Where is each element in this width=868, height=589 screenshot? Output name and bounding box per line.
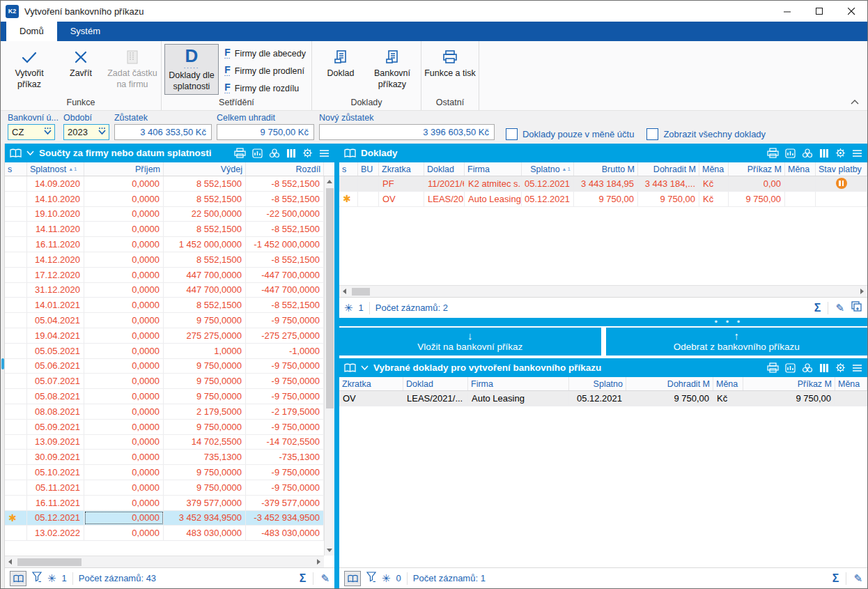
horizontal-scrollbar[interactable]	[339, 285, 867, 297]
chart-icon[interactable]	[252, 148, 263, 158]
firms-diff-button[interactable]: F... Firmy dle rozdílu	[224, 79, 306, 97]
table-row[interactable]: 05.10.20210,00009 750,0000-9 750,0000	[5, 465, 324, 480]
table-cell[interactable]: 0,0000	[84, 359, 164, 374]
table-cell[interactable]: 0,0000	[84, 480, 164, 495]
table-cell[interactable]	[816, 176, 867, 191]
table-cell[interactable]: 30.09.2021	[27, 450, 84, 464]
table-cell[interactable]	[5, 389, 27, 404]
table-cell[interactable]: 05.10.2021	[27, 465, 84, 480]
scrollbar-thumb[interactable]	[352, 288, 370, 296]
table-cell[interactable]	[5, 374, 27, 388]
scrollbar-thumb[interactable]	[326, 188, 334, 408]
table-cell[interactable]	[5, 283, 27, 298]
table-cell[interactable]: -9 750,0000	[246, 374, 324, 388]
chevron-down-icon[interactable]	[26, 151, 34, 155]
table-row[interactable]: 05.04.20210,00009 750,0000-9 750,0000	[5, 313, 324, 328]
table-cell[interactable]: -9 750,0000	[246, 465, 324, 480]
table-row[interactable]: OVLEAS/2021/...Auto Leasing05.12.20219 7…	[339, 391, 867, 406]
col-prikaz[interactable]: Příkaz M	[743, 377, 835, 390]
col-splatno[interactable]: Splatno1	[522, 162, 574, 176]
table-cell[interactable]: 31.12.2020	[27, 283, 84, 298]
table-cell[interactable]: 0,0000	[84, 268, 164, 282]
columns-icon[interactable]	[819, 148, 829, 158]
table-cell[interactable]: 05.06.2021	[27, 359, 84, 374]
columns-icon[interactable]	[819, 363, 829, 373]
table-cell[interactable]: 9 750,0000	[164, 374, 246, 388]
col-dohradit[interactable]: Dohradit M	[626, 377, 713, 390]
gear-icon[interactable]	[835, 362, 846, 373]
table-cell[interactable]: 9 750,00	[743, 391, 835, 406]
table-cell[interactable]: 9 750,0000	[164, 480, 246, 495]
table-cell[interactable]: 0,0000	[84, 313, 164, 328]
col-s[interactable]: s	[5, 162, 27, 176]
table-cell[interactable]: 379 577,0000	[164, 496, 246, 510]
table-cell[interactable]: 0,0000	[84, 389, 164, 404]
table-cell[interactable]	[339, 176, 358, 191]
menu-icon[interactable]	[852, 149, 862, 158]
relations-icon[interactable]	[802, 363, 813, 373]
table-row[interactable]: 05.09.20210,00009 750,0000-9 750,0000	[5, 420, 324, 435]
table-row[interactable]: 05.07.20210,00009 750,0000-9 750,0000	[5, 374, 324, 389]
maximize-icon[interactable]	[803, 1, 835, 22]
table-row[interactable]: 05.11.20210,00009 750,0000-9 750,0000	[5, 480, 324, 496]
book-icon[interactable]	[344, 363, 356, 373]
table-cell[interactable]: 0,0000	[84, 420, 164, 434]
table-cell[interactable]: Auto Leasing	[465, 192, 522, 206]
record-marker-icon[interactable]: ✳	[47, 573, 56, 583]
table-cell[interactable]: 16.11.2021	[27, 496, 84, 510]
chevron-down-icon[interactable]	[361, 365, 369, 370]
table-cell[interactable]: 05.12.2021	[27, 511, 84, 526]
close-button[interactable]: Zavřít	[55, 43, 107, 79]
table-row[interactable]: 05.12.20210,00003 452 934,9500-3 452 934…	[5, 511, 324, 526]
table-cell[interactable]: 05.12.2021	[569, 391, 626, 406]
table-cell[interactable]: -447 700,0000	[246, 283, 324, 298]
minimize-icon[interactable]	[771, 1, 803, 22]
col-zkratka[interactable]: Zkratka	[379, 162, 424, 176]
col-prijem[interactable]: Příjem	[84, 162, 164, 176]
table-cell[interactable]: 14.09.2020	[27, 176, 84, 191]
table-cell[interactable]: 9 750,0000	[164, 359, 246, 374]
scroll-up-icon[interactable]	[325, 176, 335, 187]
table-cell[interactable]: -1 452 000,0000	[246, 237, 324, 252]
table-cell[interactable]: 9 750,0000	[164, 465, 246, 480]
table-cell[interactable]: 275 275,0000	[164, 328, 246, 343]
columns-icon[interactable]	[286, 148, 296, 158]
close-icon[interactable]	[835, 1, 867, 22]
table-cell[interactable]: -1,0000	[246, 344, 324, 358]
table-cell[interactable]: 19.04.2021	[27, 328, 84, 343]
table-cell[interactable]: 8 552,1500	[164, 176, 246, 191]
table-cell[interactable]: 0,0000	[84, 222, 164, 236]
record-marker-icon[interactable]: ✳	[344, 303, 353, 313]
col-splatnost[interactable]: Splatnost1	[27, 162, 84, 176]
table-cell[interactable]: LEAS/2021/...	[403, 391, 468, 406]
table-cell[interactable]: 1 452 000,0000	[164, 237, 246, 252]
table-cell[interactable]: 05.09.2021	[27, 420, 84, 434]
table-cell[interactable]	[5, 465, 27, 480]
table-cell[interactable]: 8 552,1500	[164, 222, 246, 236]
remove-from-order-button[interactable]: ↑ Odebrat z bankovního příkazu	[606, 328, 868, 355]
table-cell[interactable]: PF	[379, 176, 424, 191]
checkbox-docs-currency[interactable]: Doklady pouze v měně účtu	[506, 128, 634, 140]
table-cell[interactable]: 0,0000	[84, 192, 164, 206]
table-row[interactable]: 14.11.20200,00008 552,1500-8 552,1500	[5, 222, 324, 237]
col-doklad[interactable]: Doklad	[403, 377, 468, 390]
docs-by-due-button[interactable]: D ..... Doklady dle splatnosti	[164, 44, 219, 95]
create-order-button[interactable]: Vytvořit příkaz	[3, 43, 55, 90]
table-cell[interactable]: 0,0000	[84, 404, 164, 419]
table-cell[interactable]: -9 750,0000	[246, 420, 324, 434]
table-cell[interactable]: 14.11.2020	[27, 222, 84, 236]
col-firma[interactable]: Firma	[465, 162, 522, 176]
table-cell[interactable]: 13.09.2021	[27, 435, 84, 450]
table-cell[interactable]: -8 552,1500	[246, 298, 324, 312]
table-cell[interactable]: -2 179,5000	[246, 404, 324, 419]
col-mena[interactable]: Měna	[699, 162, 729, 176]
table-cell[interactable]: 8 552,1500	[164, 252, 246, 267]
table-row[interactable]: 17.12.20200,0000447 700,0000-447 700,000…	[5, 268, 324, 283]
table-cell[interactable]: 14 702,5500	[164, 435, 246, 450]
vertical-scrollbar[interactable]	[324, 176, 334, 556]
book-icon[interactable]	[344, 148, 356, 158]
table-cell[interactable]: 0,0000	[84, 207, 164, 222]
table-cell[interactable]: -8 552,1500	[246, 252, 324, 267]
table-row[interactable]: 14.01.20210,00008 552,1500-8 552,1500	[5, 298, 324, 313]
table-cell[interactable]: 14.10.2020	[27, 192, 84, 206]
